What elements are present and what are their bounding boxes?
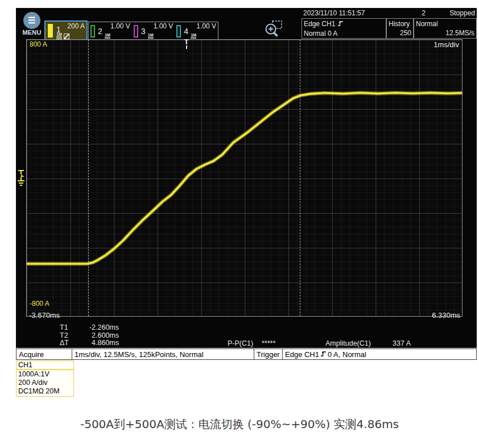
cursor-t2[interactable] [300,40,300,316]
trigger-status-value: Edge CH1 0 A, Normal [283,349,476,359]
status-bar: Acquire 1ms/div, 12.5MS/s, 125kPoints, N… [16,349,477,360]
run-state-label: Stopped [449,9,475,17]
menu-icon: ☰ [23,12,40,29]
ch1-info-panel: CH1 1000A:1V 200 A/div DC1MΩ 20M [16,360,74,397]
ch1-info-coupling: DC1MΩ 20M [16,387,73,396]
cursor-t1-readout: T1-2.260ms [60,324,119,332]
cursor-t1[interactable] [88,40,89,316]
waveform-svg [27,40,462,316]
amplitude-measure-value: 337 A [393,339,411,347]
trigger-status-label: Trigger [254,349,283,359]
pp-measure-label: P-P(C1) [228,339,253,347]
timebase-label: 1ms/div [433,40,459,49]
acquire-status-label: Acquire [16,349,72,359]
channel-4-scale: 1.00 V [196,22,216,30]
measurement-line: P-P(C1) ***** Amplitude(C1) 337 A [16,339,477,348]
cursor-t2-readout: T22.600ms [60,332,119,340]
sequence-number: 2 [403,9,426,17]
channel-4-button[interactable]: 4 1.00 V 1M [175,22,218,40]
history-box[interactable]: History 250 [386,18,414,39]
caption-text: -500A到+500A测试：电流切换 (-90%~+90%) 实测4.86ms [0,417,479,432]
right-time-label: 6.330ms [432,311,460,320]
bottom-scale-label: -800 A [30,300,49,308]
channel-1-button[interactable]: 1 200 A 1M [44,20,88,41]
impedance-icon: 1M [56,32,62,39]
sample-rate-label: 12.5MS/s [416,28,474,38]
left-time-label: -3.670ms [29,311,60,320]
history-label: History [389,19,411,28]
rising-edge-icon [337,20,344,29]
channel-3-button[interactable]: 3 1.00 V 1M [132,22,175,40]
channel-2-scale: 1.00 V [110,22,130,30]
probe-icon [64,34,69,39]
datetime-label: 2023/11/10 11:51:57 [303,9,365,17]
pp-measure-value: ***** [262,339,275,347]
trigger-mode-label: Normal 0 A [304,29,384,38]
amplitude-measure-label: Amplitude(C1) [325,339,371,347]
trigger-type-label: Edge CH1 [304,20,335,28]
waveform-glow [27,93,462,264]
trigger-level-marker-icon[interactable] [17,168,26,192]
channel-4-color-bar [176,25,181,38]
ch1-info-title: CH1 [16,361,73,370]
channel-1-color-bar [48,24,53,38]
acquisition-mode-box[interactable]: Normal 12.5MS/s [414,18,477,39]
channel-4-number: 4 [184,27,188,36]
menu-button-label: MENU [19,29,45,36]
acquire-status-value: 1ms/div, 12.5MS/s, 125kPoints, Normal [72,349,254,359]
channel-3-number: 3 [141,27,146,36]
oscilloscope-screen: ☰ MENU 1 200 A 1M 2 1.00 V 1M 3 1.00 V [16,8,477,348]
top-scale-label: 800 A [30,40,47,48]
menu-button[interactable]: ☰ MENU [19,12,45,36]
acquisition-mode-label: Normal [416,19,474,28]
channel-2-color-bar [90,25,95,38]
history-count: 250 [389,28,411,38]
ch1-info-scale: 200 A/div [16,379,73,387]
trigger-position-marker: T [184,39,189,49]
waveform-trace [27,93,462,264]
channel-1-scale: 200 A [67,22,85,30]
channel-2-button[interactable]: 2 1.00 V 1M [89,22,132,40]
ch1-info-ratio: 1000A:1V [16,370,73,379]
channel-group: 2 1.00 V 1M 3 1.00 V 1M 4 1.00 V 1M [88,22,218,41]
channel-3-color-bar [134,25,138,38]
waveform-display: T 800 A -800 A -3.670ms 6.330ms 1ms/div [26,39,463,317]
zoom-icon[interactable] [262,19,284,40]
trigger-settings-box[interactable]: Edge CH1 Normal 0 A [302,18,386,39]
channel-2-number: 2 [98,27,102,36]
channel-3-scale: 1.00 V [154,22,174,30]
rising-edge-icon [320,350,327,359]
